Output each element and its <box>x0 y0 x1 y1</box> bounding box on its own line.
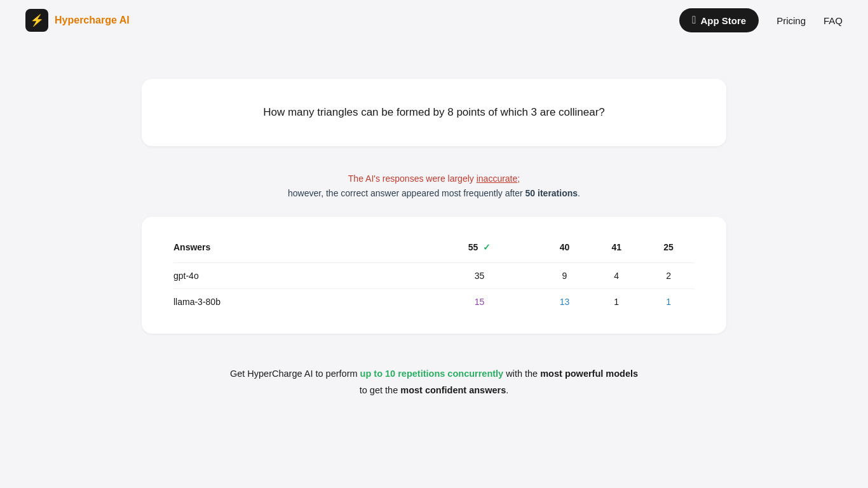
col-header-25: 25 <box>642 236 695 263</box>
llama-val-41: 1 <box>590 289 642 315</box>
cta-highlight-confident: most confident answers <box>400 385 506 395</box>
apple-icon:  <box>692 14 696 27</box>
gpt4o-val-25: 2 <box>642 263 695 289</box>
cta-highlight-models: most powerful models <box>540 369 638 379</box>
accuracy-line1: The AI's responses were largely inaccura… <box>142 172 726 187</box>
cta-section: Get HyperCharge AI to perform up to 10 r… <box>142 365 726 398</box>
faq-link[interactable]: FAQ <box>824 15 843 26</box>
header-nav:  App Store Pricing FAQ <box>679 8 843 32</box>
app-store-button[interactable]:  App Store <box>679 8 759 32</box>
question-card: How many triangles can be formed by 8 po… <box>142 79 726 146</box>
table-row: gpt-4o 35 9 4 2 <box>173 263 695 289</box>
results-card: Answers 55 ✓ 40 41 25 gpt-4o 35 9 4 2 <box>142 217 726 334</box>
accuracy-line2: however, the correct answer appeared mos… <box>142 186 726 201</box>
results-table: Answers 55 ✓ 40 41 25 gpt-4o 35 9 4 2 <box>173 236 695 315</box>
inaccurate-word: inaccurate <box>477 173 518 184</box>
gpt4o-val-40: 9 <box>539 263 591 289</box>
gpt4o-val-41: 4 <box>590 263 642 289</box>
pricing-link[interactable]: Pricing <box>776 15 806 26</box>
col-header-55: 55 ✓ <box>420 236 538 263</box>
logo-area: ⚡ Hypercharge AI <box>25 9 130 32</box>
llama-val-55: 15 <box>420 289 538 315</box>
question-text: How many triangles can be formed by 8 po… <box>180 104 688 121</box>
logo-icon: ⚡ <box>25 9 48 32</box>
cta-highlight-repetitions: up to 10 repetitions concurrently <box>360 369 504 379</box>
model-llama: llama-3-80b <box>173 289 420 315</box>
accuracy-note: The AI's responses were largely inaccura… <box>142 172 726 202</box>
llama-val-25: 1 <box>642 289 695 315</box>
logo-text: Hypercharge AI <box>55 15 130 26</box>
correct-checkmark: ✓ <box>483 242 491 252</box>
col-header-40: 40 <box>539 236 591 263</box>
iterations-count: 50 iterations <box>526 188 578 198</box>
llama-val-40: 13 <box>539 289 591 315</box>
gpt4o-val-55: 35 <box>420 263 538 289</box>
model-gpt4o: gpt-4o <box>173 263 420 289</box>
cta-text: Get HyperCharge AI to perform up to 10 r… <box>142 365 726 398</box>
table-row: llama-3-80b 15 13 1 1 <box>173 289 695 315</box>
col-header-answers: Answers <box>173 236 420 263</box>
col-header-41: 41 <box>590 236 642 263</box>
app-store-label: App Store <box>700 15 746 26</box>
